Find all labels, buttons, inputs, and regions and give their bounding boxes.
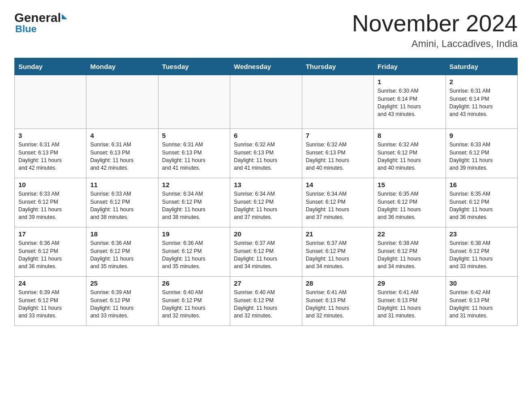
day-info: Sunrise: 6:39 AM Sunset: 6:12 PM Dayligh… [90,289,154,320]
calendar-week-row: 10Sunrise: 6:33 AM Sunset: 6:12 PM Dayli… [15,178,518,227]
day-number: 28 [306,279,370,287]
day-number: 27 [234,279,298,287]
calendar-body: 1Sunrise: 6:30 AM Sunset: 6:14 PM Daylig… [15,75,518,326]
logo-blue: Blue [15,23,37,35]
calendar-cell: 25Sunrise: 6:39 AM Sunset: 6:12 PM Dayli… [86,277,158,326]
day-number: 13 [234,181,298,188]
day-number: 1 [378,78,442,86]
calendar-cell: 24Sunrise: 6:39 AM Sunset: 6:12 PM Dayli… [15,277,86,326]
day-info: Sunrise: 6:39 AM Sunset: 6:12 PM Dayligh… [18,289,82,320]
day-info: Sunrise: 6:38 AM Sunset: 6:12 PM Dayligh… [378,240,442,271]
day-number: 22 [378,230,442,238]
day-number: 24 [18,279,82,287]
calendar-header-row: SundayMondayTuesdayWednesdayThursdayFrid… [15,58,518,75]
day-info: Sunrise: 6:33 AM Sunset: 6:12 PM Dayligh… [90,190,154,222]
day-info: Sunrise: 6:34 AM Sunset: 6:12 PM Dayligh… [162,190,226,222]
day-number: 7 [306,132,370,139]
day-number: 18 [90,230,154,238]
day-info: Sunrise: 6:36 AM Sunset: 6:12 PM Dayligh… [90,240,154,271]
day-info: Sunrise: 6:31 AM Sunset: 6:13 PM Dayligh… [162,141,226,172]
day-of-week-header: Thursday [302,58,373,75]
calendar-cell [302,75,373,129]
day-info: Sunrise: 6:41 AM Sunset: 6:13 PM Dayligh… [378,289,442,320]
calendar-cell: 5Sunrise: 6:31 AM Sunset: 6:13 PM Daylig… [158,129,230,178]
day-info: Sunrise: 6:30 AM Sunset: 6:14 PM Dayligh… [378,87,442,119]
calendar-cell [15,75,86,129]
day-info: Sunrise: 6:42 AM Sunset: 6:13 PM Dayligh… [450,289,514,320]
day-of-week-header: Saturday [446,58,517,75]
day-number: 21 [306,230,370,238]
day-number: 4 [90,132,154,139]
calendar-cell: 7Sunrise: 6:32 AM Sunset: 6:13 PM Daylig… [302,129,373,178]
calendar-cell: 2Sunrise: 6:31 AM Sunset: 6:14 PM Daylig… [446,75,517,129]
day-info: Sunrise: 6:34 AM Sunset: 6:12 PM Dayligh… [306,190,370,222]
day-number: 2 [450,78,514,86]
day-number: 30 [450,279,514,287]
calendar-cell [86,75,158,129]
day-number: 26 [162,279,226,287]
day-number: 19 [162,230,226,238]
day-info: Sunrise: 6:32 AM Sunset: 6:13 PM Dayligh… [234,141,298,172]
day-number: 25 [90,279,154,287]
day-info: Sunrise: 6:35 AM Sunset: 6:12 PM Dayligh… [450,190,514,222]
day-number: 23 [450,230,514,238]
logo: General Blue [14,11,67,35]
day-number: 14 [306,181,370,188]
calendar-cell: 17Sunrise: 6:36 AM Sunset: 6:12 PM Dayli… [15,227,86,277]
day-number: 5 [162,132,226,139]
day-number: 12 [162,181,226,188]
day-info: Sunrise: 6:41 AM Sunset: 6:13 PM Dayligh… [306,289,370,320]
subtitle: Amini, Laccadives, India [352,38,518,50]
main-title: November 2024 [352,11,518,36]
calendar-week-row: 24Sunrise: 6:39 AM Sunset: 6:12 PM Dayli… [15,277,518,326]
calendar-cell: 8Sunrise: 6:32 AM Sunset: 6:12 PM Daylig… [374,129,446,178]
day-info: Sunrise: 6:33 AM Sunset: 6:12 PM Dayligh… [18,190,82,222]
day-number: 15 [378,181,442,188]
day-number: 10 [18,181,82,188]
day-number: 6 [234,132,298,139]
calendar-cell: 28Sunrise: 6:41 AM Sunset: 6:13 PM Dayli… [302,277,373,326]
header: General Blue November 2024 Amini, Laccad… [14,11,518,50]
calendar-cell [230,75,302,129]
calendar-cell: 29Sunrise: 6:41 AM Sunset: 6:13 PM Dayli… [374,277,446,326]
calendar-cell [158,75,230,129]
day-number: 8 [378,132,442,139]
calendar-cell: 14Sunrise: 6:34 AM Sunset: 6:12 PM Dayli… [302,178,373,227]
calendar-cell: 15Sunrise: 6:35 AM Sunset: 6:12 PM Dayli… [374,178,446,227]
day-number: 11 [90,181,154,188]
day-info: Sunrise: 6:32 AM Sunset: 6:12 PM Dayligh… [378,141,442,172]
day-info: Sunrise: 6:34 AM Sunset: 6:12 PM Dayligh… [234,190,298,222]
day-info: Sunrise: 6:36 AM Sunset: 6:12 PM Dayligh… [162,240,226,271]
calendar-cell: 1Sunrise: 6:30 AM Sunset: 6:14 PM Daylig… [374,75,446,129]
day-info: Sunrise: 6:38 AM Sunset: 6:12 PM Dayligh… [450,240,514,271]
calendar-cell: 13Sunrise: 6:34 AM Sunset: 6:12 PM Dayli… [230,178,302,227]
day-number: 9 [450,132,514,139]
day-number: 29 [378,279,442,287]
day-of-week-header: Monday [86,58,158,75]
day-info: Sunrise: 6:37 AM Sunset: 6:12 PM Dayligh… [306,240,370,271]
day-info: Sunrise: 6:40 AM Sunset: 6:12 PM Dayligh… [162,289,226,320]
calendar-cell: 22Sunrise: 6:38 AM Sunset: 6:12 PM Dayli… [374,227,446,277]
logo-triangle-icon [62,14,67,19]
day-number: 17 [18,230,82,238]
calendar-cell: 4Sunrise: 6:31 AM Sunset: 6:13 PM Daylig… [86,129,158,178]
day-number: 16 [450,181,514,188]
calendar-week-row: 17Sunrise: 6:36 AM Sunset: 6:12 PM Dayli… [15,227,518,277]
title-area: November 2024 Amini, Laccadives, India [352,11,518,50]
day-info: Sunrise: 6:31 AM Sunset: 6:13 PM Dayligh… [18,141,82,172]
calendar-cell: 10Sunrise: 6:33 AM Sunset: 6:12 PM Dayli… [15,178,86,227]
calendar-cell: 3Sunrise: 6:31 AM Sunset: 6:13 PM Daylig… [15,129,86,178]
day-number: 20 [234,230,298,238]
calendar-cell: 30Sunrise: 6:42 AM Sunset: 6:13 PM Dayli… [446,277,517,326]
calendar-table: SundayMondayTuesdayWednesdayThursdayFrid… [14,58,518,326]
calendar-cell: 11Sunrise: 6:33 AM Sunset: 6:12 PM Dayli… [86,178,158,227]
calendar-cell: 23Sunrise: 6:38 AM Sunset: 6:12 PM Dayli… [446,227,517,277]
calendar-cell: 9Sunrise: 6:33 AM Sunset: 6:12 PM Daylig… [446,129,517,178]
day-info: Sunrise: 6:33 AM Sunset: 6:12 PM Dayligh… [450,141,514,172]
day-of-week-header: Sunday [15,58,86,75]
calendar-cell: 21Sunrise: 6:37 AM Sunset: 6:12 PM Dayli… [302,227,373,277]
day-info: Sunrise: 6:37 AM Sunset: 6:12 PM Dayligh… [234,240,298,271]
day-info: Sunrise: 6:36 AM Sunset: 6:12 PM Dayligh… [18,240,82,271]
day-info: Sunrise: 6:32 AM Sunset: 6:13 PM Dayligh… [306,141,370,172]
calendar-cell: 19Sunrise: 6:36 AM Sunset: 6:12 PM Dayli… [158,227,230,277]
